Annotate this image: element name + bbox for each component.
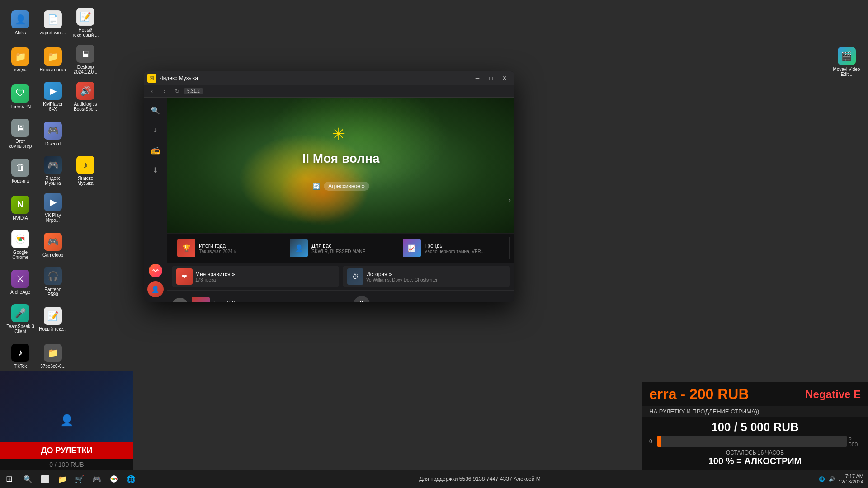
desktop-icons-area: 👤 Aleks 📄 zapret-win-... 📝 Новый текстов…: [0, 0, 118, 262]
hero-sunburst: ✳: [332, 125, 350, 143]
lyrics-button[interactable]: 🎤: [425, 300, 438, 302]
quick-item-history[interactable]: ⏱ История » Vo Williams, Doxy Doe, Ghost…: [343, 266, 510, 287]
desktop-icon-steam[interactable]: 🎮 Яндекс Музыка: [37, 153, 69, 189]
stream-amount-big: 100 / 5 000 RUB: [649, 420, 861, 434]
track-info: Love & Pain Shakira: [213, 300, 268, 302]
desktop-icon-archage[interactable]: ⚔ ArcheAge: [5, 264, 36, 300]
desktop-icon-noviy-text2[interactable]: 📝 Новый текс...: [37, 301, 69, 337]
desktop-icon-korzina[interactable]: 🗑 Этот компьютер Корзина: [5, 153, 36, 189]
volume-icon[interactable]: 🔊: [468, 300, 481, 302]
stream-negative: Negative E: [805, 388, 861, 401]
desktop-icon-zapret[interactable]: 📄 zapret-win-...: [37, 5, 69, 41]
desktop-icon-aleks[interactable]: 👤 Aleks: [5, 5, 36, 41]
taskbar-app2[interactable]: 🌐: [123, 471, 139, 487]
stream-amount: erra - 200 RUB: [649, 386, 749, 403]
music-titlebar: Я Яндекс Музыка ─ □ ✕: [144, 71, 514, 85]
stream-description: НА РУЛЕТКУ И ПРОДЛЕНИЕ СТРИМА)): [642, 406, 868, 417]
desktop-icon-etot[interactable]: 🖥 Этот компьютер: [5, 116, 36, 152]
version-badge: 5.31.2: [184, 88, 203, 94]
desktop-icon-vk[interactable]: ▶ VK Play Игро...: [37, 190, 69, 226]
desktop: 👤 Aleks 📄 zapret-win-... 📝 Новый текстов…: [0, 0, 868, 488]
desktop-icon-panteon[interactable]: 🎧 Panteon P590: [37, 264, 69, 300]
titlebar-left: Я Яндекс Музыка: [147, 74, 198, 83]
stream-percent-text: 100 % = АЛКОСТРИМ: [649, 456, 861, 466]
desktop-icons-right: 🎬 Movavi Video Edit...: [830, 45, 863, 79]
queue-button[interactable]: ☰: [439, 300, 452, 302]
stream-zero: 0: [649, 438, 657, 445]
hero-title: II Моя волна: [302, 151, 379, 166]
taskbar-network-icon: 🌐: [819, 476, 825, 482]
desktop-icon-discord[interactable]: 🎮 Discord: [37, 116, 69, 152]
taskbar-right: 🌐 🔊 7:17 AM 12/13/2024: [819, 474, 868, 484]
quick-info-history: История » Vo Williams, Doxy Doe, Ghostwr…: [366, 271, 505, 282]
player-extras: 🎤 ☰ ⚙ 🔊: [425, 300, 510, 302]
subtitle-tag[interactable]: Агрессивное »: [324, 182, 369, 191]
forward-button[interactable]: ›: [159, 86, 170, 97]
sidebar-download[interactable]: ⬇: [147, 162, 164, 178]
desktop-icon-desktop-2024[interactable]: 🖥 Desktop 2024.12.0...: [70, 42, 101, 78]
taskbar-taskview[interactable]: ⬜: [37, 471, 53, 487]
quick-thumb-likes: ❤: [176, 268, 193, 285]
taskbar-sound-icon: 🔊: [829, 476, 835, 482]
support-text: Для поддержки 5536 9138 7447 4337 Алексе…: [419, 476, 540, 482]
maximize-button[interactable]: □: [485, 73, 497, 83]
prev-button[interactable]: ⏮: [335, 298, 348, 302]
taskbar-app1[interactable]: 🎮: [89, 471, 105, 487]
sidebar-radio[interactable]: 📻: [147, 142, 164, 158]
now-playing-avatar[interactable]: 👤: [172, 298, 188, 302]
taskbar-chrome[interactable]: [106, 471, 122, 487]
music-main: ✳ II Моя волна 🔄 Агрессивное » 🏆: [167, 98, 514, 302]
playlist-card-trendy[interactable]: 📈 Тренды масло черного тмина, VER...: [397, 237, 510, 259]
desktop-icon-vinda[interactable]: 📁 винда: [5, 42, 36, 78]
desktop-icon-audiologics[interactable]: 🔊 Audiologics BoostSpe...: [70, 79, 101, 115]
music-layout: 🔍 ♪ 📻 ⬇ 👤 ✳: [144, 98, 514, 302]
stream-goal: 5 000: [847, 435, 861, 448]
track-actions: ♡ •••: [271, 300, 298, 302]
minimize-button[interactable]: ─: [471, 73, 484, 83]
play-pause-button[interactable]: ⏸: [354, 296, 370, 302]
stream-progress-fill: [657, 436, 661, 447]
desktop-icon-yandex-music[interactable]: ♪ Яндекс Музыка: [70, 153, 101, 189]
music-sidebar: 🔍 ♪ 📻 ⬇ 👤: [144, 98, 167, 302]
sidebar-music[interactable]: ♪: [147, 122, 164, 138]
playlist-scroll-arrow[interactable]: ›: [509, 196, 511, 203]
desktop-icon-nvidia[interactable]: N NVIDIA: [5, 190, 36, 226]
desktop-icon-tiktok[interactable]: ♪ TikTok: [5, 338, 36, 374]
quick-info-likes: Мне нравится » 173 трека: [195, 271, 335, 282]
sidebar-avatar[interactable]: 👤: [147, 281, 164, 297]
desktop-icon-turbo[interactable]: 🛡 TurboVPN: [5, 79, 36, 115]
taskbar-store[interactable]: 🛒: [71, 471, 88, 487]
like-button[interactable]: ♡: [271, 300, 284, 302]
taskbar-file-explorer[interactable]: 📁: [54, 471, 71, 487]
desktop-icon-google-chrome[interactable]: Google Chrome: [5, 227, 36, 263]
more-button[interactable]: •••: [286, 300, 298, 302]
close-button[interactable]: ✕: [498, 73, 511, 83]
quick-item-likes[interactable]: ❤ Мне нравится » 173 трека: [172, 266, 339, 287]
desktop-icon-teamspeak[interactable]: 🎤 TeamSpeak 3 Client: [5, 301, 36, 337]
desktop-icon-kmplayer[interactable]: ▶ KMPlayer 64X: [37, 79, 69, 115]
stream-donation: erra - 200 RUB Negative E: [642, 382, 868, 406]
desktop-icon-gameloop[interactable]: 🎮 Gameloop: [37, 227, 69, 263]
playlist-card-dlya-vas[interactable]: 👤 Для вас SKWLR, BLESSED MANE: [284, 237, 397, 259]
control-buttons: ⏮ ⏸ ⏭: [335, 296, 388, 302]
subtitle-icon: 🔄: [312, 183, 320, 190]
desktop-icon-movavi[interactable]: 🎬 Movavi Video Edit...: [830, 45, 863, 79]
next-button[interactable]: ⏭: [375, 298, 388, 302]
stream-progress-section: 100 / 5 000 RUB 0 5 000 ОСТАЛОСЬ 16 ЧАСО…: [642, 417, 868, 470]
taskbar-search[interactable]: 🔍: [20, 471, 36, 487]
playlist-card-itogi[interactable]: 🏆 Итоги года Так звучал 2024-й: [172, 237, 284, 259]
back-button[interactable]: ‹: [146, 86, 157, 97]
music-window: Я Яндекс Музыка ─ □ ✕ ‹ › ↻ 5.31.2 🔍 ♪ 📻…: [144, 71, 514, 302]
desktop-icon-7be6c0[interactable]: 📁 57be6c0-0...: [37, 338, 69, 374]
roulette-title: ДО РУЛЕТКИ: [0, 442, 133, 459]
start-button[interactable]: ⊞: [0, 470, 18, 488]
desktop-icon-noviy-text1[interactable]: 📝 Новый текстовый ...: [70, 5, 101, 41]
sidebar-search[interactable]: 🔍: [147, 102, 164, 118]
desktop-icon-new-folder[interactable]: 📁 Новая папка: [37, 42, 69, 78]
settings-button[interactable]: ⚙: [454, 300, 467, 302]
player-controls: ⏮ ⏸ ⏭: [302, 296, 421, 302]
yandex-logo: Я: [147, 74, 156, 83]
sidebar-wave[interactable]: [149, 264, 162, 277]
refresh-button[interactable]: ↻: [172, 86, 183, 97]
taskbar-time: 7:17 AM 12/13/2024: [839, 474, 863, 484]
